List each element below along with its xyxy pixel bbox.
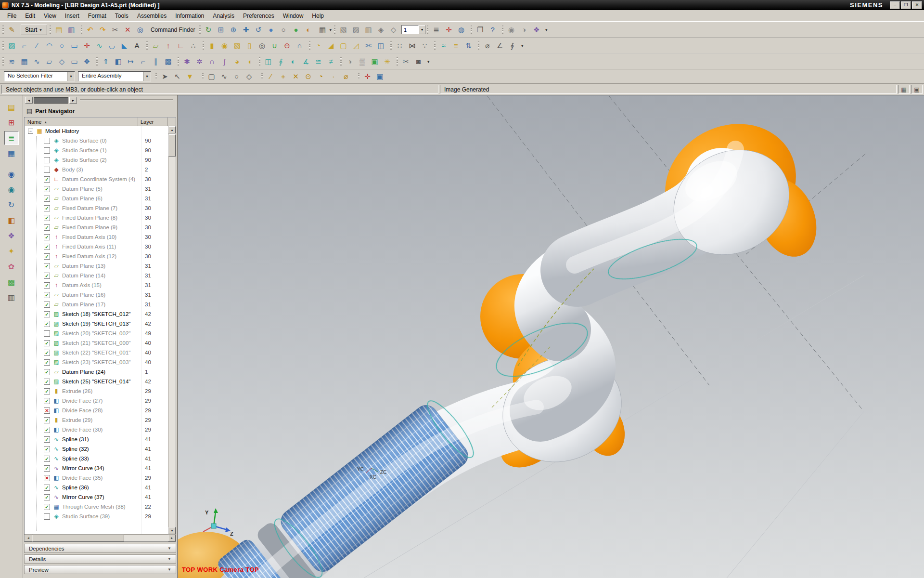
feature-checkbox[interactable]: ✓ [44, 263, 50, 269]
minimize-button[interactable]: – [890, 1, 900, 9]
draft-icon[interactable]: ◿ [350, 39, 362, 52]
feature-checkbox[interactable]: ✓ [44, 224, 50, 231]
tree-vertical-scrollbar[interactable]: ▲ ▼ [168, 126, 176, 534]
snap-intersection-icon[interactable]: ✕ [290, 70, 302, 82]
templates-icon[interactable]: ▥ [4, 290, 19, 304]
name-column-header[interactable]: Name ▲ [25, 118, 138, 126]
process-studio-icon[interactable]: ❖ [4, 229, 19, 243]
studio-render-icon[interactable]: ● [290, 24, 302, 36]
front-view-icon[interactable]: ▧ [337, 24, 349, 36]
measure-distance-icon[interactable]: ⌀ [481, 39, 493, 52]
toolbar-options-icon[interactable]: ▾ [426, 59, 431, 64]
collapse-icon[interactable]: − [28, 129, 33, 134]
fit-view-icon[interactable]: ⊞ [215, 24, 227, 36]
toolbar-options-icon[interactable]: ▾ [520, 43, 525, 48]
sew-icon[interactable]: ≈ [437, 39, 449, 52]
tree-row[interactable]: ✓ ▱ Datum Plane (6) 31 [25, 194, 168, 203]
tree-row[interactable]: ✓ ▦ Through Curve Mesh (38) 22 [25, 502, 168, 512]
feature-checkbox[interactable]: ✓ [44, 398, 50, 404]
system-scenes-icon[interactable]: ▩ [4, 275, 19, 289]
trim-body-icon[interactable]: ✄ [362, 39, 374, 52]
solid-cube-icon[interactable]: ▣ [374, 70, 386, 82]
top-view-icon[interactable]: ▨ [350, 24, 362, 36]
tree-row[interactable]: ✓ ∿ Spline (33) 41 [25, 454, 168, 463]
tree-row[interactable]: ✓ ▨ Sketch (25) "SKETCH_014" 42 [25, 377, 168, 386]
spinner-down-icon[interactable]: ▾ [419, 25, 425, 34]
fillet-icon[interactable]: ◡ [106, 39, 118, 52]
command-finder-label[interactable]: Command Finder [148, 26, 198, 33]
surface-continuity-icon[interactable]: ≅ [312, 55, 324, 67]
pan-view-icon[interactable]: ✚ [240, 24, 252, 36]
wcs-dynamics-icon[interactable]: ✛ [361, 70, 373, 82]
tree-row[interactable]: ✓ ▨ Sketch (18) "SKETCH_012" 42 [25, 309, 168, 319]
block-icon[interactable]: ▧ [231, 39, 243, 52]
feature-checkbox[interactable]: ✓ [44, 456, 50, 462]
feature-checkbox[interactable]: ✓ [44, 244, 50, 250]
tree-row[interactable]: ✓ ▮ Extrude (26) 29 [25, 386, 168, 396]
tree-row[interactable]: ✓ ∟ Datum Coordinate System (4) 30 [25, 174, 168, 184]
tree-horizontal-scrollbar[interactable]: ◄ ► [25, 534, 176, 541]
feature-checkbox[interactable]: ✓ [44, 302, 50, 308]
window-icon[interactable]: ❐ [474, 24, 486, 36]
shaded-view-icon[interactable]: ● [265, 24, 277, 36]
trimmed-sheet-icon[interactable]: ◧ [112, 55, 124, 67]
snap-endpoint-icon[interactable]: ∕ [265, 70, 277, 82]
offset-surface-icon[interactable]: ⇑ [100, 55, 112, 67]
menu-item[interactable]: Format [84, 11, 111, 21]
menu-item[interactable]: Insert [61, 11, 84, 21]
tree-row[interactable]: ✓ ▱ Datum Plane (13) 31 [25, 261, 168, 271]
layer-settings-icon[interactable]: ≣ [430, 24, 442, 36]
sew-sheet-icon[interactable]: ∥ [150, 55, 162, 67]
feature-checkbox[interactable]: ✓ [44, 176, 50, 183]
menu-item[interactable]: View [39, 11, 61, 21]
feature-checkbox[interactable]: ✓ [44, 379, 50, 385]
styled-sweep-icon[interactable]: ∫ [218, 55, 231, 67]
tree-row[interactable]: ✓ ∿ Spline (36) 41 [25, 483, 168, 492]
patch-body-icon[interactable]: ▩ [162, 55, 174, 67]
assembly-navigator-icon[interactable]: ▤ [4, 100, 19, 114]
grid-display-icon[interactable]: ▦ [898, 85, 910, 94]
feature-checkbox[interactable]: ✓ [44, 215, 50, 221]
true-shading-icon[interactable]: ◑ [344, 55, 356, 67]
tree-row[interactable]: ✓ ↑ Datum Axis (15) 31 [25, 280, 168, 290]
tree-row[interactable]: ✓ ▱ Fixed Datum Plane (7) 30 [25, 203, 168, 213]
studio-spline-icon[interactable]: ∿ [93, 39, 105, 52]
point-set-icon[interactable]: ∴ [187, 39, 199, 52]
mirror-feature-icon[interactable]: ⋈ [406, 39, 418, 52]
revolve-icon[interactable]: ◉ [218, 39, 231, 52]
tree-row[interactable]: ✕ ◧ Divide Face (28) 29 [25, 406, 168, 415]
rectangle-select-icon[interactable]: ▢ [205, 70, 218, 82]
geometric-properties-icon[interactable]: ∮ [506, 39, 518, 52]
manufacturing-wizard-icon[interactable]: ✦ [4, 244, 19, 258]
panel-forward-icon[interactable]: ► [69, 97, 77, 104]
feature-checkbox[interactable]: ✓ [44, 417, 50, 423]
tree-row[interactable]: ✓ ▱ Datum Plane (24) 1 [25, 367, 168, 377]
feature-checkbox[interactable]: ✓ [44, 485, 50, 491]
feature-checkbox[interactable] [44, 157, 50, 163]
tree-row[interactable]: ✓ ▱ Fixed Datum Plane (8) 30 [25, 213, 168, 223]
sketch-in-task-icon[interactable]: ▨ [6, 39, 18, 52]
reflection-analysis-icon[interactable]: ◐ [287, 55, 299, 67]
tree-row[interactable]: ✓ ▮ Extrude (29) 29 [25, 415, 168, 425]
chevron-down-icon[interactable]: ▾ [329, 27, 333, 32]
feature-checkbox[interactable]: ✓ [44, 321, 50, 327]
feature-checkbox[interactable]: ✓ [44, 504, 50, 510]
material-properties-icon[interactable]: ◉ [505, 24, 517, 36]
swept-icon[interactable]: ∿ [31, 55, 43, 67]
system-materials-icon[interactable]: ◧ [4, 213, 19, 227]
bounded-plane-icon[interactable]: ▭ [68, 55, 80, 67]
tree-row[interactable]: ✓ ∿ Mirror Curve (34) 41 [25, 463, 168, 473]
tree-row[interactable]: ✓ ∿ Spline (31) 41 [25, 434, 168, 444]
face-blend-icon[interactable]: ◕ [231, 55, 243, 67]
feature-checkbox[interactable]: ✓ [44, 292, 50, 298]
quick-trim-icon[interactable]: ◣ [118, 39, 130, 52]
datum-plane-icon[interactable]: ▱ [150, 39, 162, 52]
scroll-up-icon[interactable]: ▲ [168, 126, 176, 133]
delete-icon[interactable]: ✕ [122, 24, 134, 36]
feature-checkbox[interactable]: ✓ [44, 196, 50, 202]
monitor-icon[interactable]: ▣ [911, 85, 923, 94]
circle-icon[interactable]: ○ [56, 39, 68, 52]
through-curve-mesh-icon[interactable]: ▦ [18, 55, 30, 67]
scrollbar-thumb[interactable] [33, 535, 124, 541]
arc-icon[interactable]: ◠ [43, 39, 55, 52]
